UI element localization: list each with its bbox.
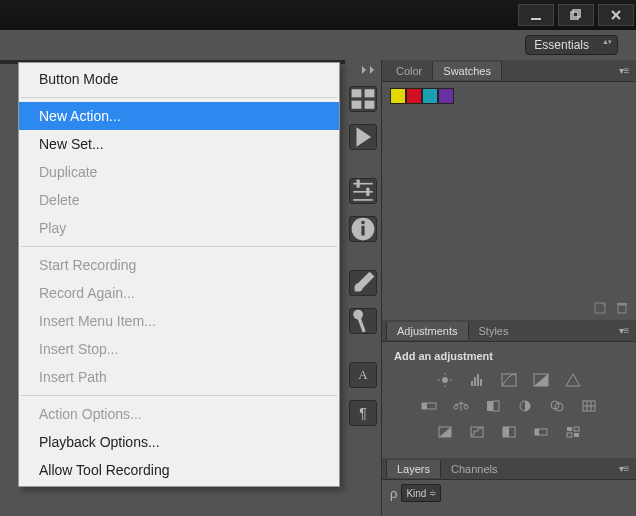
restore-icon (570, 9, 582, 21)
menu-allow-tool-recording[interactable]: Allow Tool Recording (19, 456, 339, 484)
menu-new-action[interactable]: New Action... (19, 102, 339, 130)
svg-rect-21 (617, 303, 627, 305)
adjustments-title: Add an adjustment (394, 350, 624, 362)
svg-rect-38 (487, 401, 493, 411)
adj-bw-button[interactable] (484, 398, 502, 414)
curves-icon (501, 373, 517, 387)
menu-record-again[interactable]: Record Again... (19, 279, 339, 307)
collapse-dock-button[interactable] (348, 66, 378, 74)
workspace-label: Essentials (534, 38, 589, 52)
character-panel-button[interactable]: A (349, 362, 377, 388)
svg-rect-2 (573, 10, 580, 17)
menu-new-set[interactable]: New Set... (19, 130, 339, 158)
tab-swatches[interactable]: Swatches (432, 62, 502, 80)
info-panel-button[interactable] (349, 216, 377, 242)
properties-panel-button[interactable] (349, 178, 377, 204)
invert-icon (437, 425, 453, 439)
adj-gradientmap-button[interactable] (532, 424, 550, 440)
tab-channels[interactable]: Channels (441, 460, 507, 478)
pilcrow-icon: ¶ (359, 405, 367, 421)
tab-color[interactable]: Color (386, 62, 432, 80)
brushpresets-panel-button[interactable] (349, 308, 377, 334)
adj-levels-button[interactable] (468, 372, 486, 388)
adj-exposure-button[interactable] (532, 372, 550, 388)
history-panel-button[interactable] (349, 86, 377, 112)
adj-hue-button[interactable] (420, 398, 438, 414)
paragraph-panel-button[interactable]: ¶ (349, 400, 377, 426)
svg-rect-0 (531, 18, 541, 20)
adj-posterize-button[interactable] (468, 424, 486, 440)
levels-icon (469, 373, 485, 387)
tab-layers[interactable]: Layers (386, 460, 441, 478)
menu-playback-options[interactable]: Playback Options... (19, 428, 339, 456)
maximize-button[interactable] (558, 4, 594, 26)
title-bar (0, 0, 636, 30)
swatch[interactable] (390, 88, 406, 104)
actions-panel-button[interactable] (349, 124, 377, 150)
gradientmap-icon (533, 425, 549, 439)
menu-delete[interactable]: Delete (19, 186, 339, 214)
layers-panel-menu-button[interactable]: ▾≡ (616, 461, 632, 477)
svg-rect-15 (361, 226, 364, 236)
menu-start-recording[interactable]: Start Recording (19, 251, 339, 279)
adj-channelmixer-button[interactable] (548, 398, 566, 414)
menu-separator (21, 395, 337, 396)
swatch[interactable] (406, 88, 422, 104)
grid-icon (581, 399, 597, 413)
tab-styles[interactable]: Styles (469, 322, 519, 340)
adj-brightness-button[interactable] (436, 372, 454, 388)
history-icon (350, 86, 376, 112)
tab-adjustments[interactable]: Adjustments (386, 322, 469, 340)
svg-rect-1 (571, 12, 578, 19)
menu-insert-path[interactable]: Insert Path (19, 363, 339, 391)
svg-rect-20 (618, 305, 626, 313)
menu-duplicate[interactable]: Duplicate (19, 158, 339, 186)
adjustments-panel-menu-button[interactable]: ▾≡ (616, 323, 632, 339)
svg-rect-54 (574, 427, 579, 431)
filter-type-icon[interactable]: ρ (390, 486, 397, 501)
panels-area: A ¶ Color Swatches ▾≡ (345, 60, 636, 516)
layer-filter-kind-dropdown[interactable]: Kind (401, 484, 441, 502)
adj-colorlookup-button[interactable] (580, 398, 598, 414)
adj-selectivecolor-button[interactable] (564, 424, 582, 440)
minimize-button[interactable] (518, 4, 554, 26)
svg-rect-29 (477, 374, 479, 386)
actions-panel-flyout-menu: Button Mode New Action... New Set... Dup… (18, 62, 340, 487)
adj-curves-button[interactable] (500, 372, 518, 388)
adj-invert-button[interactable] (436, 424, 454, 440)
adj-threshold-button[interactable] (500, 424, 518, 440)
minimize-icon (530, 9, 542, 21)
adj-photofilter-button[interactable] (516, 398, 534, 414)
menu-action-options[interactable]: Action Options... (19, 400, 339, 428)
svg-point-36 (454, 405, 458, 409)
close-button[interactable] (598, 4, 634, 26)
svg-rect-27 (471, 381, 473, 386)
workspace-switcher[interactable]: Essentials (525, 35, 618, 55)
delete-swatch-button[interactable] (616, 302, 628, 316)
channelmixer-icon (549, 399, 565, 413)
menu-play[interactable]: Play (19, 214, 339, 242)
panel-dock: A ¶ (345, 60, 381, 516)
adj-vibrance-button[interactable] (564, 372, 582, 388)
menu-button-mode[interactable]: Button Mode (19, 65, 339, 93)
spoon-icon (350, 308, 376, 334)
svg-rect-52 (535, 429, 539, 435)
close-icon (610, 9, 622, 21)
svg-rect-7 (352, 101, 362, 109)
exposure-icon (533, 373, 549, 387)
menu-insert-menu-item[interactable]: Insert Menu Item... (19, 307, 339, 335)
brightness-icon (437, 373, 453, 387)
menu-insert-stop[interactable]: Insert Stop... (19, 335, 339, 363)
adjustments-panel-tabs: Adjustments Styles ▾≡ (382, 320, 636, 342)
trash-icon (616, 302, 628, 314)
panel-stack: Color Swatches ▾≡ (381, 60, 636, 516)
new-swatch-button[interactable] (594, 302, 608, 316)
swatch[interactable] (438, 88, 454, 104)
svg-rect-18 (358, 318, 366, 333)
svg-point-37 (464, 405, 468, 409)
brush-panel-button[interactable] (349, 270, 377, 296)
swatches-panel-menu-button[interactable]: ▾≡ (616, 63, 632, 79)
svg-rect-53 (567, 427, 572, 431)
swatch[interactable] (422, 88, 438, 104)
adj-colorbalance-button[interactable] (452, 398, 470, 414)
